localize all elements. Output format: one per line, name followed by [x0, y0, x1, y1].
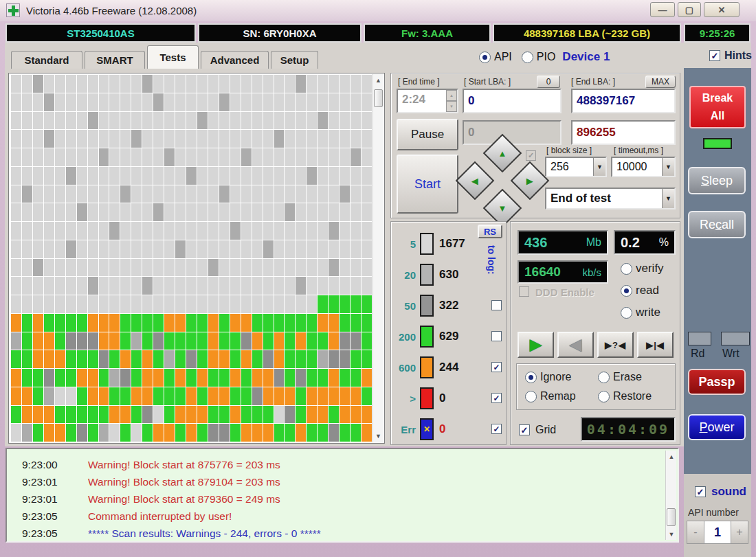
grid-cell	[329, 93, 339, 111]
grid-cell	[153, 203, 164, 221]
play-button[interactable]: ▶	[518, 332, 554, 358]
restore-option[interactable]: Restore	[598, 390, 652, 402]
grid-cell	[142, 295, 153, 313]
seek-checkbox[interactable]: ✓	[526, 150, 536, 161]
seek-left-button[interactable]: ◀	[456, 161, 495, 201]
start-lba-zero-button[interactable]: 0	[537, 76, 560, 88]
block-size-select[interactable]: 256 ▼	[545, 157, 607, 177]
grid-cell	[99, 332, 109, 350]
max-button[interactable]: MAX	[645, 76, 676, 88]
latency-log-checkbox[interactable]	[491, 300, 502, 310]
start-lba-label: [ Start LBA: ]	[464, 77, 511, 87]
restore-radio[interactable]	[598, 391, 610, 402]
sound-checkbox[interactable]: ✓	[695, 486, 706, 497]
pio-radio[interactable]	[522, 52, 533, 63]
close-button[interactable]: ✕	[704, 2, 740, 17]
verify-radio[interactable]	[621, 263, 632, 275]
api-radio[interactable]	[479, 52, 491, 63]
remap-option[interactable]: Remap	[525, 390, 576, 402]
grid-cell	[55, 185, 65, 203]
recall-button[interactable]: Recall	[688, 211, 746, 238]
hints-checkbox[interactable]: ✓	[709, 50, 720, 61]
grid-cell	[241, 314, 252, 332]
latency-log-checkbox[interactable]	[491, 331, 502, 341]
scroll-up-icon[interactable]: ▲	[374, 76, 383, 85]
erase-radio[interactable]	[598, 372, 610, 383]
grid-cell	[44, 130, 54, 148]
grid-cell	[219, 112, 230, 130]
grid-cell	[230, 295, 241, 313]
latency-log-checkbox[interactable]: ✓	[491, 362, 502, 372]
grid-cell	[362, 369, 372, 387]
grid-cell	[263, 130, 274, 148]
passp-button[interactable]: Passp	[688, 369, 746, 395]
verify-option[interactable]: verify	[621, 262, 664, 275]
scroll-down-icon[interactable]: ▼	[374, 431, 383, 441]
grid-cell	[22, 112, 32, 130]
sound-toggle[interactable]: ✓ sound	[695, 485, 746, 499]
end-lba-input[interactable]: 488397167	[571, 89, 676, 113]
write-radio[interactable]	[621, 307, 632, 319]
tab-tests[interactable]: Tests	[147, 45, 199, 69]
timeout-dropdown-icon[interactable]: ▼	[662, 158, 674, 176]
grid-cell	[241, 222, 252, 240]
grid-cell	[33, 424, 43, 442]
tab-smart[interactable]: SMART	[85, 51, 145, 69]
block-map-scrollbar[interactable]: ▲ ▼	[373, 74, 383, 442]
grid-cell	[120, 259, 131, 277]
seek-end-button[interactable]: ▶|◀	[637, 332, 674, 358]
read-option[interactable]: read	[621, 284, 659, 297]
end-action-select[interactable]: End of test ▼	[545, 187, 676, 209]
maximize-button[interactable]: ▢	[678, 2, 701, 17]
api-plus-button[interactable]: +	[731, 521, 748, 544]
ignore-option[interactable]: Ignore	[525, 371, 571, 383]
start-lba-input[interactable]: 0	[463, 89, 562, 113]
grid-cell	[131, 240, 142, 258]
log-message: ***** Scan results: Warnings - 244, erro…	[88, 527, 321, 539]
seek-right-button[interactable]: ▶	[511, 161, 550, 201]
ignore-radio[interactable]	[525, 372, 537, 383]
break-all-button[interactable]: Break All	[689, 86, 746, 128]
start-button[interactable]: Start	[397, 155, 458, 214]
grid-checkbox[interactable]: ✓	[519, 424, 530, 435]
tab-setup[interactable]: Setup	[271, 51, 318, 69]
log-scroll-thumb[interactable]	[667, 508, 676, 526]
percent-unit: %	[659, 236, 669, 249]
grid-cell	[77, 369, 87, 387]
grid-cell	[362, 332, 372, 350]
grid-cell	[362, 75, 372, 93]
end-time-up-icon[interactable]: ▲	[446, 90, 457, 101]
grid-toggle[interactable]: ✓ Grid	[519, 424, 556, 436]
power-button[interactable]: Power	[688, 414, 746, 440]
log-scrollbar[interactable]: ▲ ▼	[665, 451, 676, 540]
grid-cell	[55, 148, 65, 166]
grid-cell	[33, 167, 43, 185]
log-scroll-up-icon[interactable]: ▲	[667, 452, 676, 461]
grid-cell	[33, 295, 43, 313]
write-option[interactable]: write	[621, 306, 660, 319]
pause-button[interactable]: Pause	[397, 119, 458, 150]
erase-option[interactable]: Erase	[598, 371, 642, 383]
log-scroll-down-icon[interactable]: ▼	[667, 530, 676, 538]
latency-log-checkbox[interactable]: ✓	[491, 424, 502, 434]
scroll-thumb[interactable]	[374, 89, 383, 107]
sleep-button[interactable]: Sleep	[688, 167, 746, 194]
end-time-spinner[interactable]: 2:24 ▲▼	[397, 89, 458, 113]
tab-standard[interactable]: Standard	[11, 51, 82, 69]
end-action-dropdown-icon[interactable]: ▼	[662, 189, 674, 208]
timeout-select[interactable]: 10000 ▼	[611, 157, 676, 177]
api-minus-button[interactable]: -	[687, 521, 704, 544]
end-time-down-icon[interactable]: ▼	[446, 101, 457, 112]
remap-radio[interactable]	[525, 391, 537, 402]
tab-advanced[interactable]: Advanced	[201, 51, 269, 69]
latency-log-checkbox[interactable]: ✓	[491, 393, 502, 403]
current-block-input[interactable]: 896255	[571, 120, 676, 145]
minimize-button[interactable]: —	[650, 2, 675, 17]
grid-cell	[230, 185, 241, 203]
drive-serial: SN: 6RY0H0XA	[198, 23, 362, 43]
block-size-dropdown-icon[interactable]: ▼	[593, 158, 605, 176]
back-button[interactable]: ◀	[557, 332, 594, 358]
read-radio[interactable]	[621, 285, 632, 297]
seek-question-button[interactable]: ▶?◀	[597, 332, 634, 358]
seek-up-button[interactable]: ▲	[483, 134, 522, 173]
